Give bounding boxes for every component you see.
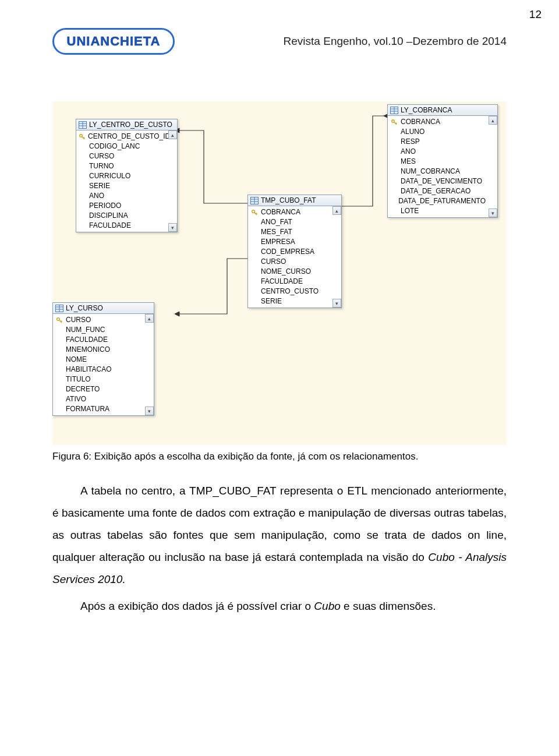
column-name: TURNO	[89, 161, 114, 171]
column-row[interactable]: NOME	[53, 355, 144, 365]
column-name: DATA_DE_FATURAMENTO	[398, 196, 486, 206]
column-name: DISCIPLINA	[89, 211, 128, 221]
table-columns: ▴ COBRANCAANO_FATMES_FATEMPRESACOD_EMPRE…	[248, 206, 341, 308]
table-title-text: TMP_CUBO_FAT	[261, 196, 316, 204]
column-name: DATA_DE_GERACAO	[401, 186, 470, 196]
column-name: CODIGO_LANC	[89, 142, 140, 151]
column-name: HABILITACAO	[66, 365, 111, 375]
para2-a: Após a exibição dos dados já é possível …	[80, 600, 314, 612]
scroll-down-icon[interactable]: ▾	[145, 407, 154, 415]
table-icon	[390, 107, 398, 114]
column-row[interactable]: ANO_FAT	[248, 217, 332, 227]
column-name: CENTRO_DE_CUSTO_ID	[88, 132, 170, 142]
scroll-up-icon[interactable]: ▴	[168, 130, 177, 139]
page-number: 12	[529, 8, 542, 21]
column-row[interactable]: SERIE	[248, 296, 332, 306]
column-row[interactable]: CURRICULO	[76, 171, 168, 181]
primary-key-icon	[79, 133, 86, 140]
column-row[interactable]: NUM_COBRANCA	[388, 167, 488, 176]
column-row[interactable]: FACULDADE	[248, 277, 332, 287]
column-name: MES	[401, 157, 416, 167]
page: 12 UNIANCHIETA Revista Engenho, vol.10 –…	[0, 0, 559, 657]
column-row[interactable]: EMPRESA	[248, 237, 332, 247]
column-row[interactable]: ATIVO	[53, 394, 144, 404]
column-row[interactable]: NUM_FUNC	[53, 325, 144, 335]
column-name: CURSO	[66, 315, 91, 325]
column-name: MNEMONICO	[66, 345, 110, 355]
column-row[interactable]: PERIODO	[76, 201, 168, 211]
column-name: LOTE	[401, 206, 419, 216]
scroll-down-icon[interactable]: ▾	[332, 299, 341, 308]
primary-key-icon	[250, 209, 259, 216]
table-title: LY_COBRANCA	[388, 105, 497, 116]
table-title-text: LY_COBRANCA	[401, 106, 452, 114]
column-row[interactable]: ALUNO	[388, 127, 488, 137]
column-name: SERIE	[89, 181, 110, 191]
journal-title: Revista Engenho, vol.10 –Dezembro de 201…	[184, 35, 507, 48]
paragraph-1: A tabela no centro, a TMP_CUBO_FAT repre…	[52, 480, 507, 591]
header: UNIANCHIETA Revista Engenho, vol.10 –Dez…	[52, 28, 507, 55]
column-row[interactable]: CURSO	[248, 257, 332, 267]
column-row[interactable]: FACULDADE	[76, 221, 168, 231]
column-row[interactable]: ANO	[76, 191, 168, 201]
column-row[interactable]: DECRETO	[53, 384, 144, 394]
column-name: ALUNO	[401, 127, 424, 137]
column-name: TITULO	[66, 375, 91, 384]
column-name: FACULDADE	[261, 277, 303, 287]
column-row[interactable]: DATA_DE_GERACAO	[388, 186, 488, 196]
table-columns: ▴ COBRANCAALUNORESPANOMESNUM_COBRANCADAT…	[388, 116, 497, 217]
column-row[interactable]: DATA_DE_FATURAMENTO	[388, 196, 488, 206]
table-ly-centro-de-custo[interactable]: LY_CENTRO_DE_CUSTO ▴ CENTRO_DE_CUSTO_IDC…	[76, 119, 178, 232]
para2-c: e suas dimensões.	[341, 600, 436, 612]
column-row[interactable]: HABILITACAO	[53, 365, 144, 375]
scroll-up-icon[interactable]: ▴	[145, 314, 154, 323]
column-name: MES_FAT	[261, 227, 292, 237]
column-name: NOME_CURSO	[261, 267, 311, 277]
table-columns: ▴ CURSONUM_FUNCFACULDADEMNEMONICONOMEHAB…	[53, 314, 154, 415]
column-row[interactable]: CENTRO_DE_CUSTO_ID	[76, 132, 168, 142]
column-row[interactable]: TITULO	[53, 375, 144, 384]
scroll-down-icon[interactable]: ▾	[168, 223, 177, 232]
column-name: CURSO	[261, 257, 286, 267]
scroll-down-icon[interactable]: ▾	[489, 209, 497, 217]
column-row[interactable]: MES_FAT	[248, 227, 332, 237]
column-name: COBRANCA	[261, 207, 300, 217]
column-row[interactable]: NOME_CURSO	[248, 267, 332, 277]
column-row[interactable]: ANO	[388, 147, 488, 157]
column-row[interactable]: CENTRO_CUSTO	[248, 287, 332, 296]
primary-key-icon	[55, 317, 63, 324]
para2-b: Cubo	[314, 600, 340, 612]
scroll-up-icon[interactable]: ▴	[332, 206, 341, 215]
column-row[interactable]: RESP	[388, 137, 488, 147]
table-icon	[79, 121, 87, 129]
column-row[interactable]: CURSO	[53, 315, 144, 325]
column-row[interactable]: TURNO	[76, 161, 168, 171]
brand-logo: UNIANCHIETA	[52, 28, 175, 55]
column-name: CENTRO_CUSTO	[261, 287, 319, 296]
column-name: EMPRESA	[261, 237, 295, 247]
primary-key-icon	[390, 119, 398, 126]
column-row[interactable]: COBRANCA	[248, 207, 332, 217]
scroll-up-icon[interactable]: ▴	[489, 116, 497, 125]
column-row[interactable]: SERIE	[76, 181, 168, 191]
column-row[interactable]: CURSO	[76, 151, 168, 161]
table-ly-curso[interactable]: LY_CURSO ▴ CURSONUM_FUNCFACULDADEMNEMONI…	[52, 302, 154, 416]
column-row[interactable]: COBRANCA	[388, 117, 488, 127]
table-ly-cobranca[interactable]: LY_COBRANCA ▴ COBRANCAALUNORESPANOMESNUM…	[387, 104, 498, 218]
column-name: SERIE	[261, 296, 282, 306]
column-row[interactable]: FORMATURA	[53, 404, 144, 414]
figure-caption: Figura 6: Exibição após a escolha da exi…	[52, 451, 507, 462]
column-row[interactable]: LOTE	[388, 206, 488, 216]
column-row[interactable]: MES	[388, 157, 488, 167]
column-row[interactable]: DATA_DE_VENCIMENTO	[388, 176, 488, 186]
column-row[interactable]: CODIGO_LANC	[76, 142, 168, 151]
column-row[interactable]: FACULDADE	[53, 335, 144, 345]
column-name: NUM_COBRANCA	[401, 167, 460, 176]
brand-text: UNIANCHIETA	[65, 34, 163, 49]
column-row[interactable]: DISCIPLINA	[76, 211, 168, 221]
column-row[interactable]: MNEMONICO	[53, 345, 144, 355]
table-title-text: LY_CURSO	[66, 304, 103, 312]
column-row[interactable]: COD_EMPRESA	[248, 247, 332, 257]
er-diagram: LY_CENTRO_DE_CUSTO ▴ CENTRO_DE_CUSTO_IDC…	[52, 101, 507, 445]
table-tmp-cubo-fat[interactable]: TMP_CUBO_FAT ▴ COBRANCAANO_FATMES_FATEMP…	[247, 195, 342, 308]
